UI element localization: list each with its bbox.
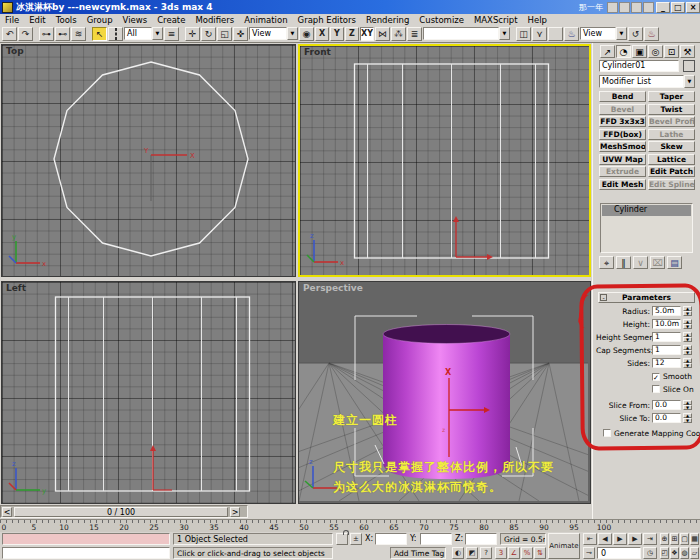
modifier-stack-list[interactable]: Cylinder xyxy=(600,203,693,253)
chevron-down-icon[interactable]: ▼ xyxy=(152,27,163,40)
animate-button[interactable]: Animate xyxy=(548,533,580,559)
render-last-icon[interactable]: ↺ xyxy=(628,27,643,41)
smooth-checkbox[interactable]: ✓ xyxy=(652,373,660,381)
go-to-end-button[interactable]: ⇥ xyxy=(643,533,657,545)
absolute-offset-toggle[interactable]: ± xyxy=(350,533,362,545)
chevron-down-icon[interactable]: ▼ xyxy=(684,75,695,88)
add-time-tag[interactable]: Add Time Tag xyxy=(390,547,446,559)
quick-render-icon[interactable]: ♨ xyxy=(644,27,659,41)
spinner-control[interactable]: ▲▼ xyxy=(683,345,692,355)
menu-item-tools[interactable]: Tools xyxy=(51,15,82,25)
time-slider-track[interactable]: < 0 / 100 > xyxy=(0,505,248,518)
tab-utilities-icon[interactable]: ⚒ xyxy=(680,45,695,58)
track-view-icon[interactable]: ◫ xyxy=(516,27,531,41)
parameter-value-field[interactable]: 1 xyxy=(652,345,681,355)
cylinder-top-cap[interactable] xyxy=(383,325,510,344)
menu-item-create[interactable]: Create xyxy=(152,15,190,25)
menu-item-help[interactable]: Help xyxy=(523,15,552,25)
region-zoom-icon[interactable]: ◰ xyxy=(660,547,669,559)
ime-bar-button[interactable] xyxy=(643,2,654,13)
coord-z-field[interactable] xyxy=(465,533,497,545)
tab-create-icon[interactable]: ↗ xyxy=(600,45,615,58)
restrict-z-button[interactable]: Z xyxy=(345,27,359,41)
array-icon[interactable]: ⁂ xyxy=(391,27,406,41)
maxscript-mini-listener-white[interactable] xyxy=(2,547,170,559)
time-configuration-icon[interactable]: ◷ xyxy=(643,547,657,559)
parameters-rollout-header[interactable]: Parameters xyxy=(598,292,695,303)
selection-lock-toggle[interactable] xyxy=(336,533,348,545)
unlink-selection-icon[interactable]: ⊷ xyxy=(55,27,70,41)
ime-bar-button[interactable] xyxy=(607,2,618,13)
viewport-front-label[interactable]: Front xyxy=(304,47,331,57)
chevron-down-icon[interactable]: ▼ xyxy=(287,27,298,40)
restrict-x-button[interactable]: X xyxy=(315,27,329,41)
viewport-top-label[interactable]: Top xyxy=(6,46,24,56)
generate-mapping-checkbox[interactable] xyxy=(603,429,611,437)
select-and-manipulate-icon[interactable]: ✜ xyxy=(233,27,248,41)
mirror-icon[interactable]: ⋈ xyxy=(375,27,390,41)
title-bar[interactable]: 冰淇淋杯by ---newcymk.max - 3ds max 4 那一年 _ … xyxy=(0,0,700,14)
selection-filter-dropdown[interactable]: All ▼ xyxy=(124,27,163,40)
ime-bar-button[interactable] xyxy=(619,2,630,13)
menu-item-views[interactable]: Views xyxy=(118,15,153,25)
material-editor-icon[interactable] xyxy=(548,27,563,41)
menu-item-group[interactable]: Group xyxy=(82,15,118,25)
tab-display-icon[interactable]: ⊡ xyxy=(664,45,679,58)
spinner-control[interactable]: ▲▼ xyxy=(683,319,692,329)
rollout-collapse-icon[interactable]: - xyxy=(600,294,607,301)
next-frame-button[interactable]: ▶ xyxy=(628,533,642,545)
menu-item-file[interactable]: File xyxy=(0,15,24,25)
zoom-extents-all-icon[interactable]: ▦ xyxy=(690,533,699,545)
tab-hierarchy-icon[interactable]: ▣ xyxy=(632,45,647,58)
menu-item-graph-editors[interactable]: Graph Editors xyxy=(293,15,361,25)
render-type-dropdown[interactable]: View ▼ xyxy=(580,27,627,40)
menu-item-maxscript[interactable]: MAXScript xyxy=(469,15,523,25)
chevron-down-icon[interactable]: ▼ xyxy=(616,27,627,40)
rectangular-selection-region-icon[interactable] xyxy=(108,27,123,41)
modifier-button-taper[interactable]: Taper xyxy=(648,91,695,102)
modifier-button-edit-patch[interactable]: Edit Patch xyxy=(648,166,695,177)
play-button[interactable]: ▶ xyxy=(613,533,627,545)
select-and-link-icon[interactable]: ⊶ xyxy=(39,27,54,41)
menu-item-edit[interactable]: Edit xyxy=(24,15,50,25)
parameter-value-field[interactable]: 1 xyxy=(652,332,681,342)
modifier-button-twist[interactable]: Twist xyxy=(648,104,695,115)
coord-x-field[interactable] xyxy=(375,533,407,545)
pan-icon[interactable]: ❖ xyxy=(670,547,679,559)
menu-item-modifiers[interactable]: Modifiers xyxy=(190,15,239,25)
spinner-control[interactable]: ▲▼ xyxy=(683,400,692,410)
ime-bar-button[interactable] xyxy=(631,2,642,13)
parameter-value-field[interactable]: 0.0 xyxy=(652,413,681,423)
viewport-left[interactable]: Left z y xyxy=(1,281,296,504)
redo-icon[interactable]: ↷ xyxy=(18,27,33,41)
modifier-button-bend[interactable]: Bend xyxy=(599,91,646,102)
use-center-icon[interactable]: ◉ xyxy=(299,27,314,41)
spinner-control[interactable]: ▲▼ xyxy=(683,332,692,342)
restrict-y-button[interactable]: Y xyxy=(330,27,344,41)
chevron-down-icon[interactable]: ▼ xyxy=(499,27,510,40)
cylinder-object[interactable] xyxy=(383,334,510,479)
degradation-override-icon[interactable]: ◩ xyxy=(466,547,478,559)
coord-y-field[interactable] xyxy=(420,533,452,545)
modifier-button-uvw-map[interactable]: UVW Map xyxy=(599,154,646,165)
viewport-perspective[interactable]: Perspective xyxy=(298,281,591,504)
crossing-window-toggle-icon[interactable]: ◐ xyxy=(452,547,464,559)
parameter-value-field[interactable]: 10.0m xyxy=(652,319,681,329)
snap-toggle-icon[interactable]: 3 xyxy=(495,547,507,559)
show-end-result-icon[interactable]: ‖ xyxy=(616,256,631,269)
reference-coordinate-dropdown[interactable]: View ▼ xyxy=(249,27,298,40)
tab-motion-icon[interactable]: ◎ xyxy=(648,45,663,58)
min-max-toggle-icon[interactable]: ▱ xyxy=(690,547,699,559)
named-selection-sets-dropdown[interactable]: ▼ xyxy=(423,27,510,40)
parameter-value-field[interactable]: 0.0 xyxy=(652,400,681,410)
select-and-scale-icon[interactable]: ◱ xyxy=(217,27,232,41)
menu-item-animation[interactable]: Animation xyxy=(239,15,292,25)
render-scene-icon[interactable]: ♨ xyxy=(564,27,579,41)
modifier-button-ffd-box[interactable]: FFD(box) xyxy=(599,129,646,140)
edit-stack-icon[interactable]: ▤ xyxy=(667,256,682,269)
time-slider-next-button[interactable]: > xyxy=(230,507,240,517)
viewport-perspective-label[interactable]: Perspective xyxy=(303,283,363,293)
spinner-control[interactable]: ▲▼ xyxy=(683,413,692,423)
close-button[interactable]: × xyxy=(686,2,700,13)
zoom-all-icon[interactable]: ⊞ xyxy=(670,533,679,545)
